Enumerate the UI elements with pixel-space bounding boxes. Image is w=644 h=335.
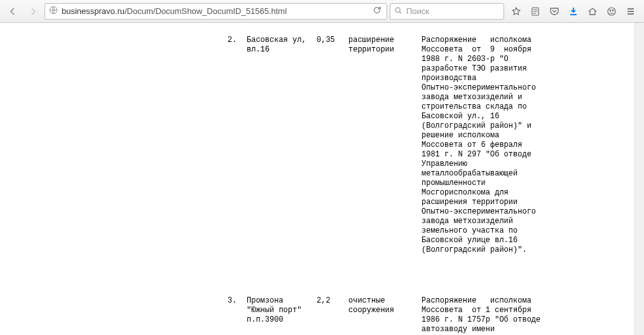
row-value: 2,2 (310, 296, 348, 335)
back-button[interactable] (4, 3, 22, 20)
row-basis: Распоряжение исполкома Моссовета от 1 се… (421, 296, 549, 335)
url-bar[interactable]: businesspravo.ru/Docum/DocumShow_DocumID… (45, 3, 387, 20)
row-basis: Распоряжение исполкома Моссовета от 9 но… (421, 36, 549, 255)
row-value: 0,35 (310, 36, 348, 255)
page-content: 2. Басовская ул, вл.16 0,35 расширение т… (0, 23, 644, 335)
row-address: Басовская ул, вл.16 (247, 36, 310, 255)
toolbar-icons (507, 3, 640, 20)
vertical-scrollbar[interactable] (634, 23, 644, 335)
row-purpose: расширение территории (348, 36, 412, 255)
svg-point-1 (395, 8, 400, 12)
reload-button[interactable] (371, 6, 383, 17)
svg-point-8 (610, 10, 611, 11)
table-row: 2. Басовская ул, вл.16 0,35 расширение т… (0, 36, 644, 255)
globe-icon (49, 6, 58, 17)
bookmark-star-icon[interactable] (507, 3, 526, 20)
search-icon (394, 6, 402, 17)
browser-toolbar: businesspravo.ru/Docum/DocumShow_DocumID… (0, 0, 644, 23)
pocket-icon[interactable] (545, 3, 564, 20)
reader-icon[interactable] (526, 3, 545, 20)
menu-icon[interactable] (621, 3, 640, 20)
home-icon[interactable] (583, 3, 602, 20)
svg-rect-6 (570, 14, 577, 15)
url-text: businesspravo.ru/Docum/DocumShow_DocumID… (62, 6, 367, 16)
row-number: 3. (228, 296, 247, 335)
search-bar[interactable] (390, 3, 504, 20)
svg-point-7 (608, 8, 615, 15)
table-row: 3. Промзона "Южный порт" п.п.3900 2,2 оч… (0, 296, 644, 335)
downloads-icon[interactable] (564, 3, 583, 20)
document-table: 2. Басовская ул, вл.16 0,35 расширение т… (0, 23, 644, 335)
forward-button[interactable] (24, 3, 42, 20)
row-number: 2. (228, 36, 247, 255)
row-address: Промзона "Южный порт" п.п.3900 (247, 296, 310, 335)
row-purpose: очистные сооружения (348, 296, 412, 335)
svg-point-9 (612, 10, 613, 11)
smiley-icon[interactable] (602, 3, 621, 20)
search-input[interactable] (406, 6, 500, 16)
